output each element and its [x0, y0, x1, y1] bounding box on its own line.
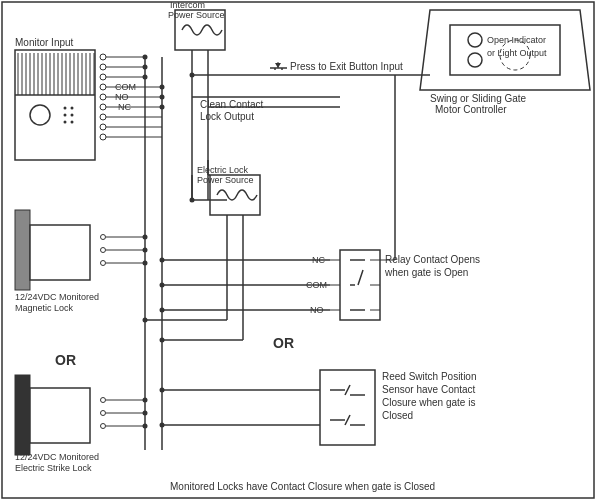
svg-point-178: [190, 73, 195, 78]
svg-point-37: [100, 114, 106, 120]
svg-point-36: [100, 104, 106, 110]
svg-point-35: [100, 94, 106, 100]
svg-text:NC: NC: [118, 102, 131, 112]
svg-point-149: [143, 424, 148, 429]
svg-text:Lock Output: Lock Output: [200, 111, 254, 122]
svg-text:NO: NO: [115, 92, 129, 102]
svg-point-27: [64, 114, 67, 117]
svg-point-34: [100, 84, 106, 90]
svg-text:Power Source: Power Source: [197, 175, 254, 185]
monitor-input-label: Monitor Input: [15, 37, 74, 48]
svg-point-39: [100, 134, 106, 140]
svg-text:Intercom: Intercom: [170, 0, 205, 10]
svg-point-26: [71, 107, 74, 110]
svg-text:COM: COM: [115, 82, 136, 92]
svg-point-182: [143, 318, 148, 323]
svg-text:OR: OR: [55, 352, 76, 368]
svg-point-31: [100, 54, 106, 60]
svg-rect-152: [320, 370, 375, 445]
svg-point-74: [143, 75, 148, 80]
svg-point-122: [160, 283, 165, 288]
svg-point-162: [160, 423, 165, 428]
svg-rect-2: [15, 50, 95, 160]
svg-point-121: [160, 258, 165, 263]
svg-point-77: [160, 105, 165, 110]
svg-point-148: [143, 411, 148, 416]
svg-point-76: [160, 95, 165, 100]
svg-text:Motor Controller: Motor Controller: [435, 104, 507, 115]
svg-point-30: [71, 121, 74, 124]
svg-point-143: [101, 424, 106, 429]
svg-point-161: [160, 388, 165, 393]
svg-text:Closed: Closed: [382, 410, 413, 421]
svg-text:Closure when gate is: Closure when gate is: [382, 397, 475, 408]
wiring-diagram: Monitor Input COM NO NC Intercom Power S…: [0, 0, 596, 500]
svg-point-133: [143, 235, 148, 240]
svg-point-29: [64, 121, 67, 124]
svg-rect-140: [30, 388, 90, 443]
svg-point-128: [101, 248, 106, 253]
svg-text:or Light Output: or Light Output: [487, 48, 547, 58]
svg-point-25: [64, 107, 67, 110]
svg-rect-139: [15, 375, 30, 455]
svg-text:Electric Lock: Electric Lock: [197, 165, 249, 175]
svg-text:12/24VDC Monitored: 12/24VDC Monitored: [15, 452, 99, 462]
svg-point-32: [100, 64, 106, 70]
svg-point-28: [71, 114, 74, 117]
svg-point-170: [468, 53, 482, 67]
svg-point-38: [100, 124, 106, 130]
svg-point-75: [160, 85, 165, 90]
svg-point-169: [468, 33, 482, 47]
svg-text:Open Indicator: Open Indicator: [487, 35, 546, 45]
svg-text:OR: OR: [273, 335, 294, 351]
svg-point-72: [143, 55, 148, 60]
svg-point-123: [160, 308, 165, 313]
svg-rect-126: [30, 225, 90, 280]
svg-text:12/24VDC Monitored: 12/24VDC Monitored: [15, 292, 99, 302]
svg-point-129: [101, 261, 106, 266]
svg-point-142: [101, 411, 106, 416]
svg-text:Swing or Sliding Gate: Swing or Sliding Gate: [430, 93, 527, 104]
svg-point-147: [143, 398, 148, 403]
svg-text:Reed Switch Position: Reed Switch Position: [382, 371, 477, 382]
svg-text:Clean Contact: Clean Contact: [200, 99, 264, 110]
svg-point-24: [30, 105, 50, 125]
svg-point-127: [101, 235, 106, 240]
svg-text:Power Source: Power Source: [168, 10, 225, 20]
svg-point-135: [143, 261, 148, 266]
svg-text:Press to Exit Button Input: Press to Exit Button Input: [290, 61, 403, 72]
svg-point-179: [190, 198, 195, 203]
svg-point-33: [100, 74, 106, 80]
svg-point-134: [143, 248, 148, 253]
svg-text:Sensor have Contact: Sensor have Contact: [382, 384, 476, 395]
svg-text:Magnetic Lock: Magnetic Lock: [15, 303, 74, 313]
svg-text:when gate is Open: when gate is Open: [384, 267, 468, 278]
svg-text:Electric Strike Lock: Electric Strike Lock: [15, 463, 92, 473]
svg-point-185: [160, 338, 165, 343]
svg-text:Monitored Locks have Contact C: Monitored Locks have Contact Closure whe…: [170, 481, 435, 492]
svg-point-73: [143, 65, 148, 70]
svg-point-141: [101, 398, 106, 403]
svg-rect-125: [15, 210, 30, 290]
svg-text:Relay Contact Opens: Relay Contact Opens: [385, 254, 480, 265]
